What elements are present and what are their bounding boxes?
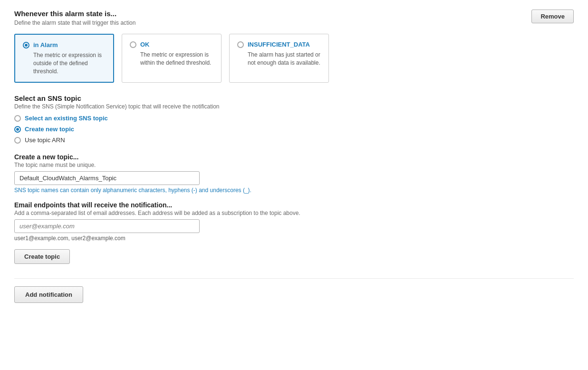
existing-emails: user1@example.com, user2@example.com [14,235,574,242]
radio-in-alarm[interactable] [23,42,29,49]
sns-section: Select an SNS topic Define the SNS (Simp… [14,94,574,144]
add-notification-section: Add notification [14,278,574,303]
sns-section-title: Select an SNS topic [14,94,574,102]
header-text: Whenever this alarm state is... Define t… [14,10,135,26]
page-title: Whenever this alarm state is... [14,10,135,18]
remove-button[interactable]: Remove [531,10,574,23]
sns-section-subtitle: Define the SNS (Simple Notification Serv… [14,103,574,110]
alarm-card-insufficient-desc: The alarm has just started or not enough… [237,51,321,67]
alarm-card-ok-header: OK [130,41,213,48]
alarm-card-in-alarm-header: in Alarm [23,41,106,49]
alarm-state-cards: in Alarm The metric or expression is out… [14,34,574,83]
create-topic-hint: The topic name must be unique. [14,162,574,168]
header-row: Whenever this alarm state is... Define t… [14,10,574,26]
sns-option-existing[interactable]: Select an existing SNS topic [14,115,574,122]
alarm-card-insufficient-title: INSUFFICIENT_DATA [248,41,310,48]
topic-name-helper: SNS topic names can contain only alphanu… [14,187,574,194]
radio-use-arn[interactable] [14,137,21,144]
sns-radio-group: Select an existing SNS topic Create new … [14,115,574,144]
radio-insufficient-data[interactable] [237,41,244,48]
radio-new-topic[interactable] [14,126,21,133]
radio-ok[interactable] [130,41,136,48]
sns-option-existing-label: Select an existing SNS topic [25,115,108,122]
alarm-card-ok[interactable]: OK The metric or expression is within th… [122,34,222,83]
create-topic-section: Create a new topic... The topic name mus… [14,153,574,194]
sns-option-arn[interactable]: Use topic ARN [14,136,574,144]
add-notification-button[interactable]: Add notification [14,286,83,303]
alarm-card-insufficient-header: INSUFFICIENT_DATA [237,41,321,48]
email-section-title: Email endpoints that will receive the no… [14,201,574,209]
radio-existing-sns[interactable] [14,115,21,122]
sns-option-new-label: Create new topic [25,126,74,133]
alarm-card-in-alarm-title: in Alarm [33,41,58,49]
email-section: Email endpoints that will receive the no… [14,201,574,264]
create-topic-button[interactable]: Create topic [14,249,70,264]
sns-option-arn-label: Use topic ARN [25,136,65,144]
create-topic-title: Create a new topic... [14,153,574,161]
alarm-card-insufficient-data[interactable]: INSUFFICIENT_DATA The alarm has just sta… [229,34,329,83]
sns-option-new[interactable]: Create new topic [14,126,574,133]
page-subtitle: Define the alarm state that will trigger… [14,19,135,26]
alarm-card-ok-title: OK [140,41,150,48]
alarm-card-in-alarm-desc: The metric or expression is outside of t… [23,51,106,75]
email-section-hint: Add a comma-separated list of email addr… [14,210,574,216]
email-input[interactable] [14,219,200,233]
alarm-card-in-alarm[interactable]: in Alarm The metric or expression is out… [14,34,114,83]
topic-name-input[interactable] [14,171,200,185]
alarm-card-ok-desc: The metric or expression is within the d… [130,51,213,67]
